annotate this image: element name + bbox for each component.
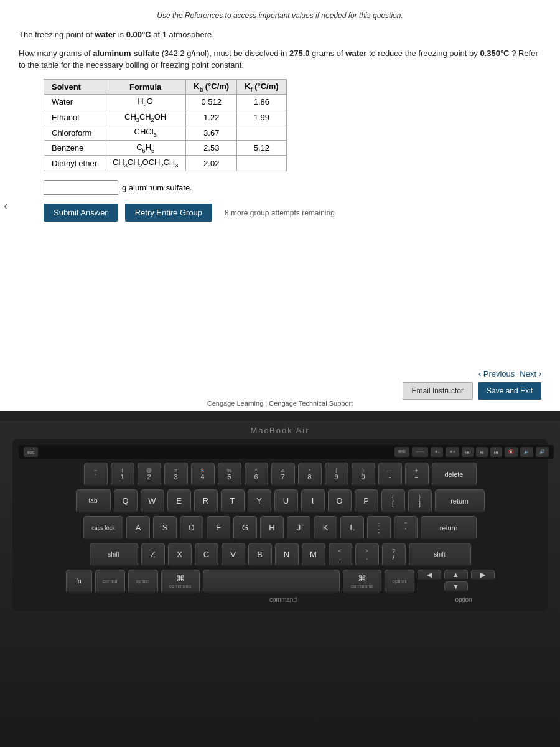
key-w[interactable]: W (141, 489, 164, 513)
key-h[interactable]: H (260, 516, 284, 540)
key-arrow-left[interactable]: ◀ (418, 570, 441, 580)
key-9[interactable]: (9 (325, 463, 348, 486)
key-1[interactable]: !1 (111, 463, 134, 486)
key-minus[interactable]: —- (378, 463, 402, 486)
table-row: Diethyl ether CH3CH2OCH2CH3 2.02 (44, 156, 287, 171)
next-link[interactable]: Next › (520, 369, 541, 378)
label-row: command option (19, 596, 541, 603)
command-label: command (261, 596, 305, 603)
key-bracket-left[interactable]: {[ (381, 489, 405, 513)
key-option-right[interactable]: option (385, 570, 414, 593)
tb-f8[interactable]: ⏯ (476, 447, 488, 457)
key-option-left[interactable]: option (128, 570, 158, 593)
col-formula: Formula (105, 79, 185, 95)
key-a[interactable]: A (126, 516, 150, 540)
key-l[interactable]: L (340, 516, 364, 540)
key-return[interactable]: return (435, 489, 485, 513)
key-0[interactable]: )0 (352, 463, 375, 486)
key-z[interactable]: Z (141, 543, 165, 566)
key-arrow-up[interactable]: ▲ (444, 570, 468, 580)
key-k[interactable]: K (314, 516, 337, 540)
key-i[interactable]: I (301, 489, 325, 513)
key-5[interactable]: %5 (218, 463, 241, 486)
keyboard: esc ⊞⊞ ⋯⋯ ☀- ☀+ ⏮ ⏯ ⏭ 🔇 🔉 🔊 ~` !1 (12, 439, 548, 611)
key-delete[interactable]: delete (432, 463, 477, 486)
key-shift-right[interactable]: shift (409, 543, 471, 566)
key-g[interactable]: G (233, 516, 257, 540)
key-backtick[interactable]: ~` (84, 463, 108, 486)
key-b[interactable]: B (248, 543, 272, 566)
key-semicolon[interactable]: :; (367, 516, 391, 540)
left-nav-arrow[interactable]: ‹ (4, 199, 8, 213)
key-control[interactable]: control (95, 570, 125, 593)
qwerty-row: tab Q W E R T Y U I O P {[ }] return (19, 489, 541, 513)
key-7[interactable]: &7 (271, 463, 295, 486)
col-kf: Kf (°C/m) (237, 79, 286, 95)
key-space[interactable] (203, 570, 340, 593)
key-equals[interactable]: += (405, 463, 429, 486)
key-3[interactable]: #3 (164, 463, 188, 486)
answer-unit-label: g aluminum sulfate. (122, 183, 192, 192)
submit-button[interactable]: Submit Answer (44, 204, 118, 222)
tb-f9[interactable]: ⏭ (490, 447, 502, 457)
key-2[interactable]: @2 (138, 463, 161, 486)
key-4[interactable]: $4 (191, 463, 215, 486)
key-v[interactable]: V (222, 543, 245, 566)
tb-f7[interactable]: ⏮ (462, 447, 474, 457)
key-slash[interactable]: ?/ (382, 543, 406, 566)
key-comma[interactable]: <, (329, 543, 352, 566)
key-r[interactable]: R (194, 489, 218, 513)
key-command-left[interactable]: ⌘ command (161, 570, 200, 593)
key-fn[interactable]: fn (66, 570, 92, 593)
tb-f10[interactable]: 🔇 (505, 447, 518, 457)
previous-link[interactable]: ‹ Previous (478, 369, 515, 378)
tb-f12[interactable]: 🔊 (536, 447, 549, 457)
retry-button[interactable]: Retry Entire Group (125, 204, 212, 222)
tb-f3[interactable]: ⊞⊞ (394, 447, 409, 457)
table-row: Ethanol CH3CH2OH 1.22 1.99 (44, 110, 287, 125)
key-y[interactable]: Y (248, 489, 271, 513)
key-d[interactable]: D (180, 516, 203, 540)
key-f[interactable]: F (207, 516, 230, 540)
bottom-row: fn control option ⌘ command ⌘ command op… (19, 570, 541, 593)
key-bracket-right[interactable]: }] (408, 489, 432, 513)
key-j[interactable]: J (287, 516, 310, 540)
key-c[interactable]: C (195, 543, 218, 566)
key-o[interactable]: O (328, 489, 352, 513)
key-command-right[interactable]: ⌘ command (343, 570, 381, 593)
button-row: Submit Answer Retry Entire Group 8 more … (44, 204, 541, 222)
key-m[interactable]: M (302, 543, 325, 566)
shift-row: shift Z X C V B N M <, >. ?/ shift (19, 543, 541, 566)
home-row: caps lock A S D F G H J K L :; "' return (19, 516, 541, 540)
tb-f5[interactable]: ☀- (431, 447, 443, 457)
key-shift-left[interactable]: shift (90, 543, 138, 566)
tb-f11[interactable]: 🔉 (520, 447, 533, 457)
key-caps-lock[interactable]: caps lock (83, 516, 123, 540)
key-q[interactable]: Q (114, 489, 138, 513)
key-arrow-right[interactable]: ▶ (471, 570, 495, 580)
key-s[interactable]: S (153, 516, 177, 540)
table-row: Chloroform CHCl3 3.67 (44, 125, 287, 141)
col-kb: Kb (°C/m) (186, 79, 237, 95)
key-p[interactable]: P (355, 489, 378, 513)
tb-f6[interactable]: ☀+ (446, 447, 459, 457)
answer-input[interactable] (44, 180, 118, 195)
email-instructor-button[interactable]: Email Instructor (403, 382, 473, 400)
key-quote[interactable]: "' (394, 516, 418, 540)
key-x[interactable]: X (168, 543, 192, 566)
tb-f4[interactable]: ⋯⋯ (412, 447, 428, 457)
key-6[interactable]: ^6 (245, 463, 268, 486)
key-u[interactable]: U (274, 489, 298, 513)
key-return-2[interactable]: return (421, 516, 477, 540)
key-tab[interactable]: tab (76, 489, 111, 513)
key-e[interactable]: E (167, 489, 191, 513)
question-intro: The freezing point of water is 0.00°C at… (19, 29, 541, 41)
bottom-nav: ‹ Previous Next › (478, 369, 541, 378)
key-8[interactable]: *8 (298, 463, 322, 486)
key-t[interactable]: T (221, 489, 245, 513)
key-n[interactable]: N (275, 543, 299, 566)
save-exit-button[interactable]: Save and Exit (478, 382, 541, 400)
key-arrow-down[interactable]: ▼ (444, 581, 468, 592)
key-period[interactable]: >. (355, 543, 379, 566)
tb-esc[interactable]: esc (24, 447, 38, 457)
